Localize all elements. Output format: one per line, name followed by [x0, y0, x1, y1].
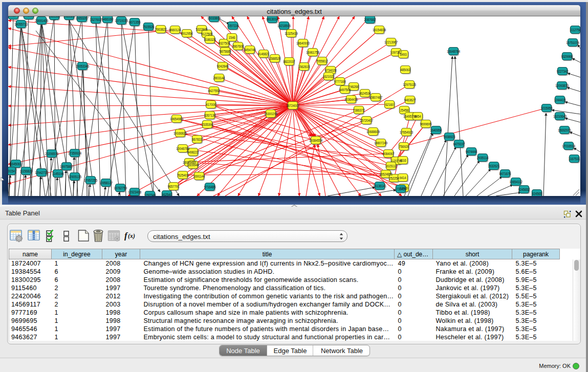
svg-text:6479197: 6479197: [453, 142, 466, 146]
svg-text:9716485: 9716485: [204, 185, 216, 189]
svg-text:1640954: 1640954: [430, 128, 443, 132]
svg-text:1546: 1546: [228, 36, 235, 39]
svg-text:39154: 39154: [8, 169, 15, 173]
svg-text:485063: 485063: [400, 68, 410, 72]
svg-text:12942737: 12942737: [35, 171, 49, 174]
svg-text:6493: 6493: [400, 53, 407, 56]
svg-text:19218506: 19218506: [277, 24, 291, 28]
svg-text:10046788: 10046788: [176, 147, 190, 150]
svg-text:1562615: 1562615: [298, 65, 311, 69]
svg-text:11156829: 11156829: [19, 169, 33, 173]
svg-text:7663822: 7663822: [155, 28, 167, 31]
svg-text:14055713: 14055713: [14, 23, 28, 26]
svg-text:1561566: 1561566: [49, 16, 61, 18]
svg-text:8813014: 8813014: [267, 17, 279, 21]
svg-text:20206576: 20206576: [45, 152, 59, 156]
svg-text:7386372: 7386372: [353, 108, 365, 112]
svg-text:19384554: 19384554: [309, 139, 323, 142]
svg-text:12213967: 12213967: [384, 40, 398, 44]
svg-text:9084067: 9084067: [383, 152, 395, 156]
svg-text:16648784: 16648784: [447, 50, 461, 53]
svg-text:9474444: 9474444: [466, 150, 478, 154]
svg-text:16033809: 16033809: [207, 16, 221, 20]
svg-text:6466160: 6466160: [102, 17, 114, 21]
svg-text:2867608: 2867608: [232, 45, 245, 48]
svg-text:18640910: 18640910: [296, 41, 310, 45]
svg-text:1645061: 1645061: [10, 162, 23, 166]
svg-text:16210643: 16210643: [553, 115, 567, 118]
svg-text:18724007: 18724007: [286, 104, 300, 107]
svg-text:9414: 9414: [399, 176, 406, 180]
svg-text:924565: 924565: [532, 192, 542, 195]
svg-text:4616: 4616: [399, 159, 406, 162]
svg-text:8427552: 8427552: [208, 89, 221, 93]
svg-text:5875685: 5875685: [220, 50, 232, 53]
svg-text:8498222: 8498222: [187, 150, 200, 154]
svg-text:16154838: 16154838: [373, 28, 386, 32]
svg-text:12905135: 12905135: [68, 175, 82, 179]
svg-text:3624534: 3624534: [359, 92, 372, 95]
svg-text:1609948: 1609948: [187, 163, 200, 167]
svg-text:15720407: 15720407: [360, 119, 374, 122]
svg-text:9227342: 9227342: [557, 70, 569, 73]
svg-text:2935114: 2935114: [477, 156, 489, 160]
svg-text:17654923: 17654923: [400, 130, 413, 134]
svg-text:8471676: 8471676: [499, 172, 512, 176]
svg-text:6671355: 6671355: [129, 20, 141, 24]
svg-text:7955812: 7955812: [316, 59, 329, 63]
svg-text:15300295: 15300295: [264, 112, 278, 116]
svg-text:3267130: 3267130: [204, 114, 216, 117]
svg-text:62160: 62160: [385, 103, 394, 106]
svg-text:20053346: 20053346: [76, 64, 90, 68]
svg-text:17359924: 17359924: [68, 151, 82, 155]
svg-text:6734028: 6734028: [325, 69, 337, 72]
svg-text:9657791: 9657791: [168, 185, 180, 188]
svg-text:756928: 756928: [399, 145, 409, 148]
svg-text:7625402: 7625402: [177, 173, 189, 177]
svg-text:8454: 8454: [414, 115, 421, 118]
svg-text:1691144: 1691144: [193, 174, 205, 178]
svg-text:9127505: 9127505: [201, 32, 213, 36]
svg-text:9242848: 9242848: [217, 64, 229, 68]
svg-text:10719155: 10719155: [115, 19, 128, 23]
svg-text:25458: 25458: [400, 108, 409, 112]
svg-text:16524851: 16524851: [379, 172, 393, 176]
svg-text:10688609: 10688609: [366, 130, 380, 134]
svg-text:8186328: 8186328: [204, 38, 216, 41]
svg-text:16961758: 16961758: [306, 51, 320, 54]
svg-text:746266: 746266: [349, 85, 359, 89]
svg-text:20364436: 20364436: [344, 98, 358, 101]
svg-text:1527602: 1527602: [90, 18, 102, 21]
svg-text:9699695: 9699695: [420, 122, 432, 126]
svg-text:17957255: 17957255: [84, 179, 98, 182]
svg-text:2803144: 2803144: [213, 76, 226, 80]
svg-text:2005571: 2005571: [8, 16, 19, 17]
svg-text:15692971: 15692971: [558, 128, 572, 132]
svg-text:9146821: 9146821: [258, 52, 270, 56]
svg-text:2087682: 2087682: [364, 18, 377, 21]
svg-text:9463627: 9463627: [404, 98, 417, 102]
svg-text:8660124: 8660124: [169, 28, 182, 32]
svg-text:(x): (x): [128, 232, 135, 239]
svg-text:10654112: 10654112: [509, 180, 522, 184]
svg-text:7632621: 7632621: [488, 164, 500, 168]
svg-text:867833: 867833: [192, 138, 202, 141]
svg-text:1244415: 1244415: [554, 98, 567, 102]
svg-text:10807487: 10807487: [369, 96, 383, 99]
svg-text:7515526: 7515526: [143, 25, 155, 29]
svg-text:1903921: 1903921: [23, 16, 35, 17]
svg-text:1621022: 1621022: [323, 75, 335, 78]
svg-text:16136141: 16136141: [373, 184, 387, 188]
svg-text:9245652: 9245652: [518, 188, 531, 191]
svg-text:19166825: 19166825: [173, 132, 187, 135]
svg-text:1167531: 1167531: [569, 157, 580, 161]
svg-text:9777169: 9777169: [334, 80, 346, 83]
svg-text:1112754: 1112754: [570, 28, 580, 32]
svg-text:417006: 417006: [206, 103, 216, 106]
svg-text:1065326: 1065326: [63, 16, 76, 18]
svg-text:11325419: 11325419: [285, 32, 298, 35]
svg-text:252254: 252254: [389, 177, 399, 180]
svg-text:1588520: 1588520: [269, 57, 281, 60]
svg-text:8912954: 8912954: [181, 32, 193, 35]
svg-text:5322605: 5322605: [196, 28, 208, 31]
